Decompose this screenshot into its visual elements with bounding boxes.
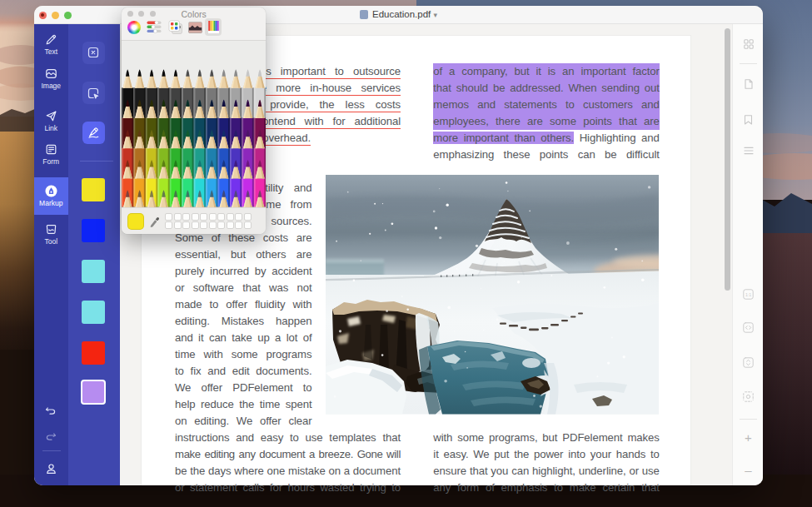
- svg-text:1:1: 1:1: [745, 291, 751, 296]
